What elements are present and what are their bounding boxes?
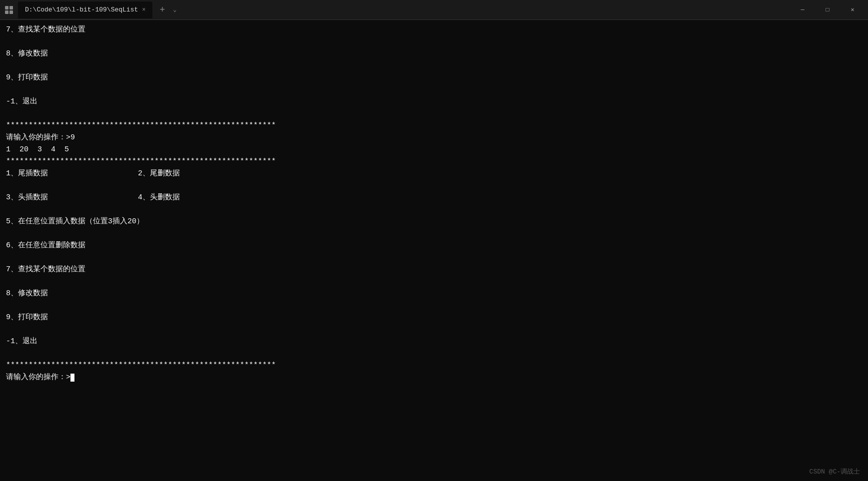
close-button[interactable]: ✕ xyxy=(841,2,864,18)
terminal-line xyxy=(6,252,862,264)
terminal-line xyxy=(6,228,862,240)
active-tab[interactable]: D:\Code\109\l-bit-109\SeqList × xyxy=(18,1,152,18)
terminal-output[interactable]: 7、查找某个数据的位置8、修改数据9、打印数据-1、退出************… xyxy=(0,20,868,481)
window-controls: ─ □ ✕ xyxy=(791,2,864,18)
terminal-line xyxy=(6,60,862,72)
terminal-line: 9、打印数据 xyxy=(6,72,862,84)
terminal-line xyxy=(6,204,862,216)
app-icon xyxy=(4,5,14,15)
svg-rect-0 xyxy=(5,6,8,9)
terminal-line: 请输入你的操作：>9 xyxy=(6,132,862,144)
svg-rect-2 xyxy=(5,10,8,14)
terminal-line: -1、退出 xyxy=(6,336,862,348)
terminal-line xyxy=(6,348,862,360)
terminal-line: 6、在任意位置删除数据 xyxy=(6,240,862,252)
terminal-line: 1 20 3 4 5 xyxy=(6,144,862,156)
terminal-line: -1、退出 xyxy=(6,96,862,108)
terminal-line xyxy=(6,36,862,48)
terminal-line: 9、打印数据 xyxy=(6,312,862,324)
terminal-line: 1、尾插数据 2、尾删数据 xyxy=(6,168,862,180)
new-tab-button[interactable]: + xyxy=(155,3,169,17)
terminal-line: 3、头插数据 4、头删数据 xyxy=(6,192,862,204)
terminal-line xyxy=(6,108,862,120)
terminal-line: 5、在任意位置插入数据（位置3插入20） xyxy=(6,216,862,228)
terminal-cursor xyxy=(70,374,74,382)
terminal-line: ****************************************… xyxy=(6,120,862,132)
svg-rect-3 xyxy=(9,10,13,14)
terminal-line xyxy=(6,180,862,192)
title-bar: D:\Code\109\l-bit-109\SeqList × + ⌄ ─ □ … xyxy=(0,0,868,20)
terminal-line: 请输入你的操作：> xyxy=(6,372,862,384)
terminal-line: ****************************************… xyxy=(6,156,862,168)
terminal-line: 7、查找某个数据的位置 xyxy=(6,264,862,276)
svg-rect-1 xyxy=(9,6,13,9)
tab-dropdown-button[interactable]: ⌄ xyxy=(170,4,179,15)
watermark: CSDN @C-调战士 xyxy=(810,467,860,476)
terminal-line: 8、修改数据 xyxy=(6,288,862,300)
terminal-line xyxy=(6,324,862,336)
terminal-line: 7、查找某个数据的位置 xyxy=(6,24,862,36)
terminal-line: ****************************************… xyxy=(6,360,862,372)
minimize-button[interactable]: ─ xyxy=(791,2,814,18)
maximize-button[interactable]: □ xyxy=(816,2,839,18)
terminal-line xyxy=(6,84,862,96)
terminal-line xyxy=(6,276,862,288)
tab-title: D:\Code\109\l-bit-109\SeqList xyxy=(25,6,138,13)
terminal-line xyxy=(6,300,862,312)
title-bar-left: D:\Code\109\l-bit-109\SeqList × + ⌄ xyxy=(4,1,791,18)
tab-close-button[interactable]: × xyxy=(142,6,145,13)
terminal-line: 8、修改数据 xyxy=(6,48,862,60)
